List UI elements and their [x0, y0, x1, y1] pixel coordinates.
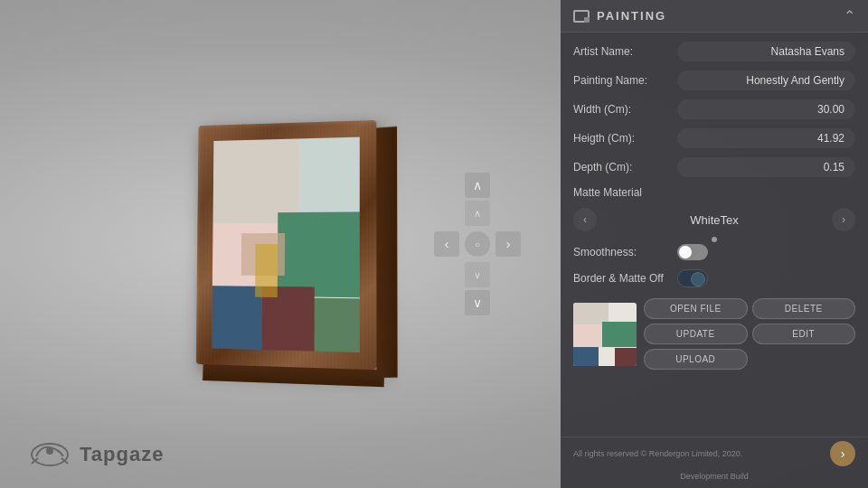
thumb-block [602, 322, 637, 347]
action-row-2: UPDATE EDIT [644, 324, 855, 344]
smoothness-label: Smoothness: [573, 246, 677, 258]
smoothness-toggle[interactable] [677, 244, 708, 260]
dev-build-text: Development Build [680, 472, 749, 481]
open-file-button[interactable]: OPEN FILE [644, 298, 748, 319]
svg-point-1 [46, 447, 53, 455]
thumbnail-actions: OPEN FILE DELETE UPDATE EDIT UPLOAD [573, 298, 855, 370]
footer-nav-button[interactable]: › [830, 441, 855, 466]
update-button[interactable]: UPDATE [644, 324, 748, 344]
properties-panel: PAINTING ⌃ Artist Name: Natasha Evans Pa… [561, 0, 868, 488]
logo: Tapgaze [27, 438, 164, 470]
delete-button[interactable]: DELETE [752, 298, 856, 319]
art-accent [255, 244, 278, 297]
painting-canvas [212, 137, 360, 352]
width-row: Width (Cm): 30.00 [573, 99, 855, 119]
depth-row: Depth (Cm): 0.15 [573, 157, 855, 177]
art-block [299, 137, 359, 223]
painting-thumbnail [573, 303, 637, 366]
thumb-block [615, 348, 637, 366]
painting-art [212, 137, 360, 352]
height-value[interactable]: 41.92 [677, 128, 855, 148]
material-name: WhiteTex [604, 213, 825, 227]
material-next-button[interactable]: › [832, 208, 855, 231]
thumb-block [573, 347, 599, 366]
footer-row: All rights reserved © Rendergon Limited,… [573, 441, 855, 466]
frame-side-bottom [203, 364, 384, 387]
matte-section-label: Matte Material [573, 186, 855, 199]
height-label: Heigth (Cm): [573, 132, 677, 145]
height-row: Heigth (Cm): 41.92 [573, 128, 855, 148]
nav-up2-button[interactable]: ∧ [465, 201, 490, 226]
painting-frame [196, 120, 377, 370]
artist-row: Artist Name: Natasha Evans [573, 42, 855, 61]
nav-left-button[interactable]: ‹ [434, 231, 459, 257]
action-row-3: UPLOAD [644, 349, 855, 370]
painting-icon [573, 10, 590, 23]
logo-icon [27, 438, 72, 470]
thumbnail-art [573, 303, 637, 366]
panel-body: Artist Name: Natasha Evans Painting Name… [561, 33, 868, 436]
painting-3d [196, 120, 377, 370]
painting-name-value[interactable]: Honestly And Gently [677, 70, 855, 90]
panel-collapse-button[interactable]: ⌃ [844, 7, 855, 24]
depth-value[interactable]: 0.15 [677, 157, 855, 177]
nav-down2-button[interactable]: ∨ [465, 262, 490, 287]
depth-label: Depth (Cm): [573, 161, 677, 174]
thumb-block [573, 324, 602, 347]
border-matte-row: Border & Matte Off [573, 269, 855, 287]
material-selector: ‹ WhiteTex › [573, 208, 855, 231]
edit-button[interactable]: EDIT [752, 324, 856, 344]
painting-name-row: Painting Name: Honestly And Gently [573, 70, 855, 90]
painting-name-label: Painting Name: [573, 74, 677, 87]
panel-title: PAINTING [597, 9, 666, 23]
border-matte-label: Border & Matte Off [573, 272, 677, 285]
logo-text: Tapgaze [80, 443, 164, 466]
copyright-text: All rights reserved © Rendergon Limited,… [573, 449, 742, 458]
width-value[interactable]: 30.00 [677, 99, 855, 119]
material-indicator [712, 237, 717, 242]
action-buttons: OPEN FILE DELETE UPDATE EDIT UPLOAD [644, 298, 855, 370]
nav-controls: ∧ ∧ ‹ ○ › ∨ ∨ [434, 173, 521, 315]
panel-footer: All rights reserved © Rendergon Limited,… [561, 436, 868, 488]
art-block [278, 211, 360, 297]
nav-up-button[interactable]: ∧ [465, 173, 490, 198]
nav-down-button[interactable]: ∨ [465, 290, 490, 315]
width-label: Width (Cm): [573, 103, 677, 116]
nav-center-button[interactable]: ○ [465, 231, 490, 257]
artist-label: Artist Name: [573, 45, 677, 58]
artist-value[interactable]: Natasha Evans [677, 42, 855, 61]
nav-right-button[interactable]: › [495, 231, 521, 257]
panel-header-left: PAINTING [573, 9, 666, 23]
action-row-1: OPEN FILE DELETE [644, 298, 855, 319]
upload-button[interactable]: UPLOAD [644, 349, 748, 370]
panel-header: PAINTING ⌃ [561, 0, 868, 33]
art-block [314, 297, 359, 352]
smoothness-row: Smoothness: [573, 244, 855, 260]
frame-side-right [376, 127, 397, 378]
border-matte-toggle[interactable] [677, 269, 708, 287]
material-prev-button[interactable]: ‹ [573, 208, 597, 231]
